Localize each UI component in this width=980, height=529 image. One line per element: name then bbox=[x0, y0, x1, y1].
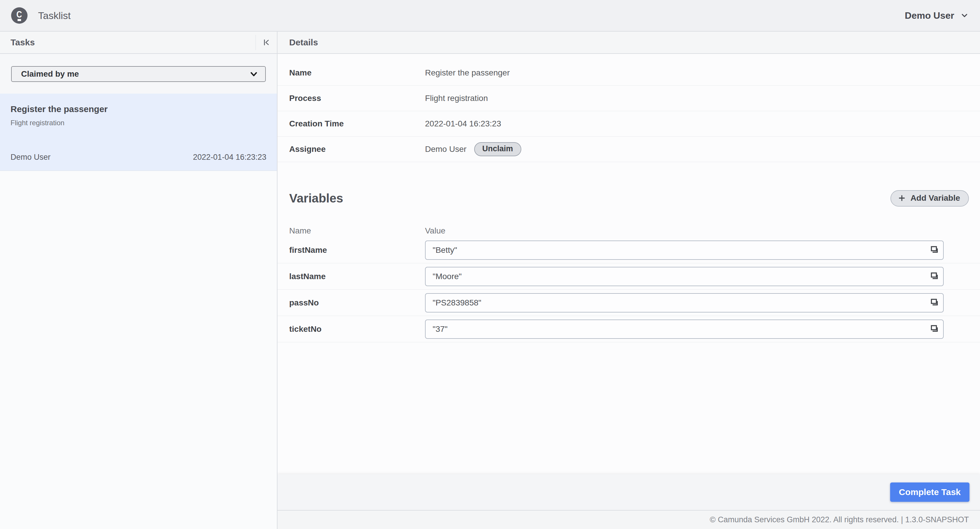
complete-task-button[interactable]: Complete Task bbox=[890, 483, 969, 502]
copy-icon bbox=[929, 271, 940, 281]
details-panel: Details Name Register the passenger Proc… bbox=[277, 32, 980, 529]
app-header: C Tasklist Demo User bbox=[0, 0, 980, 32]
variables-header: Variables Add Variable bbox=[277, 190, 980, 207]
variable-value-input[interactable]: "37" bbox=[425, 319, 944, 339]
copyright-text: © Camunda Services GmbH 2022. All rights… bbox=[710, 515, 969, 524]
filter-selected-label: Claimed by me bbox=[21, 69, 79, 79]
detail-row-creation-time: Creation Time 2022-01-04 16:23:23 bbox=[277, 111, 980, 137]
detail-value: 2022-01-04 16:23:23 bbox=[425, 119, 501, 129]
variable-name: firstName bbox=[289, 245, 425, 255]
variable-value-input[interactable]: "Moore" bbox=[425, 267, 944, 286]
detail-value: Register the passenger bbox=[425, 68, 510, 78]
logo-letter: C bbox=[17, 10, 22, 19]
detail-row-name: Name Register the passenger bbox=[277, 60, 980, 86]
user-menu[interactable]: Demo User bbox=[905, 10, 969, 21]
copy-button[interactable] bbox=[928, 270, 941, 283]
detail-label: Process bbox=[289, 94, 425, 103]
detail-value: Demo User Unclaim bbox=[425, 142, 521, 156]
copy-button[interactable] bbox=[928, 243, 941, 256]
variable-row-firstName: firstName "Betty" bbox=[277, 237, 980, 263]
detail-label: Assignee bbox=[289, 145, 425, 154]
content-spacer bbox=[277, 342, 980, 474]
variable-value-input[interactable]: "Betty" bbox=[425, 240, 944, 260]
copy-icon bbox=[929, 245, 940, 255]
main-split: Tasks Claimed by me Register the passeng… bbox=[0, 32, 980, 529]
variable-value-wrap: "Moore" bbox=[425, 267, 944, 286]
camunda-logo-icon: C bbox=[11, 7, 27, 24]
task-creation-time: 2022-01-04 16:23:23 bbox=[193, 153, 266, 162]
filter-bar: Claimed by me bbox=[0, 54, 277, 94]
details-table: Name Register the passenger Process Flig… bbox=[277, 54, 980, 162]
unclaim-button[interactable]: Unclaim bbox=[474, 142, 521, 156]
add-variable-button[interactable]: Add Variable bbox=[891, 190, 969, 207]
tasks-panel: Tasks Claimed by me Register the passeng… bbox=[0, 32, 277, 529]
chevron-down-icon bbox=[960, 11, 969, 20]
plus-icon bbox=[897, 194, 906, 202]
variable-row-ticketNo: ticketNo "37" bbox=[277, 316, 980, 342]
task-meta: Demo User 2022-01-04 16:23:23 bbox=[11, 153, 266, 162]
variable-name: lastName bbox=[289, 272, 425, 281]
chevron-down-icon bbox=[250, 70, 258, 78]
tasks-panel-header: Tasks bbox=[0, 32, 277, 54]
collapse-panel-icon bbox=[261, 37, 271, 48]
collapse-panel-button[interactable] bbox=[256, 32, 277, 53]
add-variable-label: Add Variable bbox=[910, 194, 960, 203]
collapse-area bbox=[256, 32, 277, 53]
variable-value-wrap: "37" bbox=[425, 319, 944, 339]
task-assignee: Demo User bbox=[11, 153, 51, 162]
detail-value: Flight registration bbox=[425, 94, 488, 103]
variable-value-wrap: "Betty" bbox=[425, 240, 944, 260]
detail-label: Creation Time bbox=[289, 119, 425, 129]
footer-bar: © Camunda Services GmbH 2022. All rights… bbox=[277, 510, 980, 529]
variable-name: ticketNo bbox=[289, 324, 425, 334]
task-process: Flight registration bbox=[11, 119, 266, 127]
details-panel-title: Details bbox=[289, 37, 318, 48]
task-filter-select[interactable]: Claimed by me bbox=[11, 66, 266, 82]
detail-row-process: Process Flight registration bbox=[277, 86, 980, 111]
details-panel-header: Details bbox=[277, 32, 980, 54]
variable-row-lastName: lastName "Moore" bbox=[277, 263, 980, 290]
task-name: Register the passenger bbox=[11, 104, 266, 114]
task-list-item[interactable]: Register the passenger Flight registrati… bbox=[0, 94, 277, 171]
variable-row-passNo: passNo "PS2839858" bbox=[277, 290, 980, 316]
variable-value-input[interactable]: "PS2839858" bbox=[425, 293, 944, 313]
copy-icon bbox=[929, 297, 940, 308]
action-bar: Complete Task bbox=[277, 474, 980, 510]
details-content: Name Register the passenger Process Flig… bbox=[277, 54, 980, 529]
variable-name: passNo bbox=[289, 298, 425, 308]
variables-name-column-header: Name bbox=[289, 226, 425, 235]
user-name: Demo User bbox=[905, 10, 954, 21]
variables-value-column-header: Value bbox=[425, 226, 445, 235]
variables-title: Variables bbox=[289, 191, 343, 205]
copy-button[interactable] bbox=[928, 296, 941, 309]
tasks-panel-title: Tasks bbox=[11, 37, 35, 48]
detail-row-assignee: Assignee Demo User Unclaim bbox=[277, 137, 980, 162]
copy-icon bbox=[929, 324, 940, 334]
copy-button[interactable] bbox=[928, 322, 941, 335]
variables-column-headers: Name Value bbox=[277, 225, 980, 237]
detail-label: Name bbox=[289, 68, 425, 78]
app-title: Tasklist bbox=[38, 10, 70, 21]
variable-value-wrap: "PS2839858" bbox=[425, 293, 944, 313]
assignee-value: Demo User bbox=[425, 145, 466, 154]
